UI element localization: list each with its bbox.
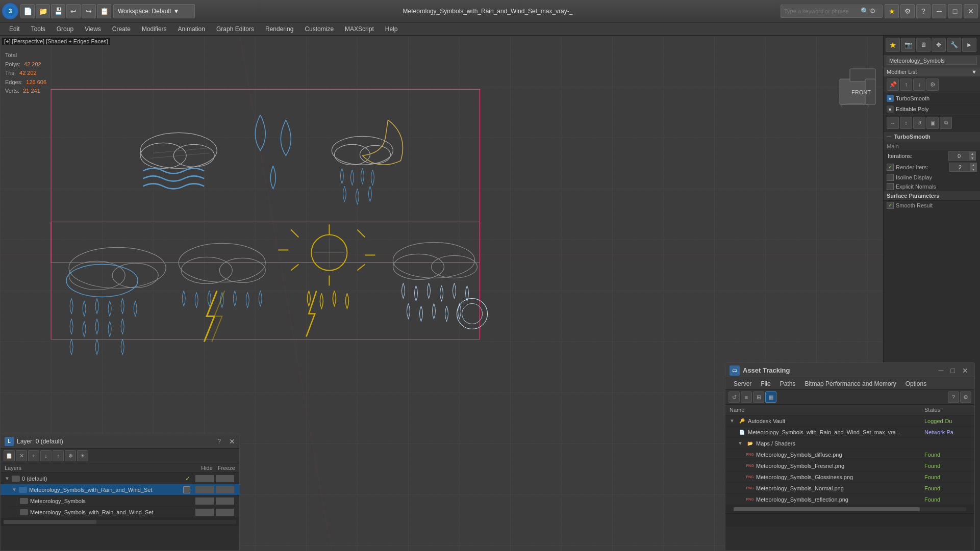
layer-symbols-hide[interactable] xyxy=(195,497,214,505)
utility-panel-icon[interactable]: 🔧 xyxy=(947,38,961,52)
search-input[interactable] xyxy=(784,8,861,14)
layer-meteor-hide[interactable] xyxy=(195,486,214,493)
render-iters-checkbox[interactable] xyxy=(887,164,894,171)
asset-tool-refresh[interactable]: ↺ xyxy=(728,391,740,403)
menu-modifiers[interactable]: Modifiers xyxy=(137,24,172,34)
layer-move-up-btn[interactable]: ↑ xyxy=(53,450,64,461)
asset-close-btn[interactable]: ✕ xyxy=(960,366,970,375)
menu-help[interactable]: Help xyxy=(380,24,403,34)
menu-maxscript[interactable]: MAXScript xyxy=(340,24,379,34)
asset-minimize-btn[interactable]: ─ xyxy=(937,366,946,375)
move-icon-btn[interactable]: ↔ xyxy=(887,117,899,129)
asset-row-glossiness[interactable]: PNG Meteorology_Symbols_Glossiness.png F… xyxy=(725,471,974,483)
copy-icon-btn[interactable]: ⧉ xyxy=(940,117,952,129)
asset-row-normal[interactable]: PNG Meteorology_Symbols_Normal.png Found xyxy=(725,483,974,494)
turbosmooth-modifier[interactable]: ■ TurboSmooth xyxy=(884,93,980,104)
asset-row-scene[interactable]: 📄 Meteorology_Symbols_with_Rain_and_Wind… xyxy=(725,427,974,438)
camera-panel-icon[interactable]: 📷 xyxy=(901,38,915,52)
modifier-list-dropdown[interactable]: ▼ xyxy=(971,69,977,75)
pin-modifier-tool[interactable]: 📌 xyxy=(887,78,899,91)
menu-create[interactable]: Create xyxy=(107,24,136,34)
asset-menu-file[interactable]: File xyxy=(757,379,774,388)
minimize-button[interactable]: ─ xyxy=(932,4,946,18)
menu-tools[interactable]: Tools xyxy=(26,24,51,34)
smooth-result-checkbox[interactable] xyxy=(887,202,894,209)
layer-meteor-freeze[interactable] xyxy=(216,486,234,493)
asset-row-reflection[interactable]: PNG Meteorology_Symbols_reflection.png F… xyxy=(725,494,974,505)
asset-tool-help[interactable]: ? xyxy=(948,391,959,403)
layer-symbols2-hide[interactable] xyxy=(195,509,214,516)
layer-item-meteor-symbols2[interactable]: Meteorology_Symbols_with_Rain_and_Wind_S… xyxy=(9,507,239,518)
scale-icon-btn[interactable]: ↕ xyxy=(900,117,912,129)
move-panel-icon[interactable]: ✥ xyxy=(932,38,946,52)
asset-row-diffuse[interactable]: PNG Meteorology_Symbols_diffuse.png Foun… xyxy=(725,449,974,460)
settings-icon[interactable]: ⚙ xyxy=(900,4,915,18)
nav-cube[interactable]: FRONT xyxy=(837,66,878,107)
layer-scroll-thumb[interactable] xyxy=(4,520,96,524)
maximize-button[interactable]: □ xyxy=(948,4,962,18)
layer-scrollbar[interactable] xyxy=(4,520,236,524)
misc-button[interactable]: 📋 xyxy=(97,4,111,18)
asset-row-fresnel[interactable]: PNG Meteorology_Symbols_Fresnel.png Foun… xyxy=(725,460,974,471)
menu-views[interactable]: Views xyxy=(80,24,106,34)
asset-tool-list[interactable]: ≡ xyxy=(741,391,752,403)
layer-item-meteor-set[interactable]: ▼ Meteorology_Symbols_with_Rain_and_Wind… xyxy=(1,484,239,495)
menu-group[interactable]: Group xyxy=(52,24,79,34)
menu-rendering[interactable]: Rendering xyxy=(260,24,298,34)
layer-add-btn[interactable]: + xyxy=(28,450,39,461)
layer-freeze-btn[interactable]: ❄ xyxy=(65,450,76,461)
render-iters-input[interactable] xyxy=(950,164,970,170)
menu-animation[interactable]: Animation xyxy=(173,24,210,34)
menu-customize[interactable]: Customize xyxy=(299,24,339,34)
layer-new-btn[interactable]: 📋 xyxy=(4,450,15,461)
layer-select-btn[interactable]: ↓ xyxy=(40,450,52,461)
isoline-checkbox[interactable] xyxy=(887,174,894,181)
layer-default-hide[interactable] xyxy=(195,475,214,482)
asset-menu-bitmap[interactable]: Bitmap Performance and Memory xyxy=(800,379,900,388)
layer-default-freeze[interactable] xyxy=(216,475,234,482)
layer-unfreeze-btn[interactable]: ☀ xyxy=(77,450,88,461)
asset-row-maps[interactable]: ▼ 📂 Maps / Shaders xyxy=(725,438,974,449)
layer-delete-btn[interactable]: ✕ xyxy=(16,450,27,461)
redo-button[interactable]: ↪ xyxy=(82,4,96,18)
layer-panel-close-btn[interactable]: ✕ xyxy=(229,437,235,445)
asset-tool-table[interactable]: ▦ xyxy=(765,391,776,403)
asset-tool-settings[interactable]: ⚙ xyxy=(960,391,971,403)
editable-poly-modifier[interactable]: ■ Editable Poly xyxy=(884,104,980,115)
turbosmooth-collapse-btn[interactable]: ─ xyxy=(887,133,891,140)
star-icon[interactable]: ★ xyxy=(885,4,899,18)
asset-maximize-btn[interactable]: □ xyxy=(949,366,957,375)
layer-symbols-freeze[interactable] xyxy=(216,497,234,505)
asset-menu-paths[interactable]: Paths xyxy=(776,379,800,388)
layer-item-default[interactable]: ▼ 0 (default) ✓ xyxy=(1,473,239,484)
render-iters-spinner[interactable]: ▲ ▼ xyxy=(949,163,977,172)
asset-tool-grid[interactable]: ⊞ xyxy=(753,391,764,403)
move-down-tool[interactable]: ↓ xyxy=(913,78,925,91)
move-up-tool[interactable]: ↑ xyxy=(900,78,912,91)
asset-menu-server[interactable]: Server xyxy=(730,379,756,388)
render-iters-up-btn[interactable]: ▲ xyxy=(970,163,976,167)
menu-graph-editors[interactable]: Graph Editors xyxy=(211,24,259,34)
search-filter-icon[interactable]: ⚙ xyxy=(870,7,876,15)
new-button[interactable]: 📄 xyxy=(20,4,35,18)
layer-item-meteor-symbols[interactable]: Meteorology_Symbols xyxy=(9,495,239,507)
open-button[interactable]: 📁 xyxy=(36,4,50,18)
iterations-input[interactable] xyxy=(949,153,969,159)
layer-panel-question[interactable]: ? xyxy=(217,438,221,445)
layer-select-box[interactable] xyxy=(183,486,190,493)
display-panel-icon[interactable]: 🖥 xyxy=(916,38,931,52)
object-name-input[interactable] xyxy=(887,57,977,65)
explicit-normals-checkbox[interactable] xyxy=(887,183,894,190)
star-panel-icon[interactable]: ★ xyxy=(886,38,900,52)
asset-scrollbar[interactable] xyxy=(734,507,966,511)
save-button[interactable]: 💾 xyxy=(51,4,65,18)
asset-menu-options[interactable]: Options xyxy=(901,379,931,388)
rotate-icon-btn[interactable]: ↺ xyxy=(913,117,925,129)
iterations-spinner[interactable]: ▲ ▼ xyxy=(948,151,976,161)
element-icon-btn[interactable]: ▣ xyxy=(926,117,939,129)
undo-button[interactable]: ↩ xyxy=(66,4,81,18)
search-icon[interactable]: 🔍 xyxy=(861,7,869,15)
layer-symbols2-freeze[interactable] xyxy=(216,509,234,516)
iterations-down-btn[interactable]: ▼ xyxy=(969,156,975,161)
asset-scroll-thumb[interactable] xyxy=(734,507,920,511)
